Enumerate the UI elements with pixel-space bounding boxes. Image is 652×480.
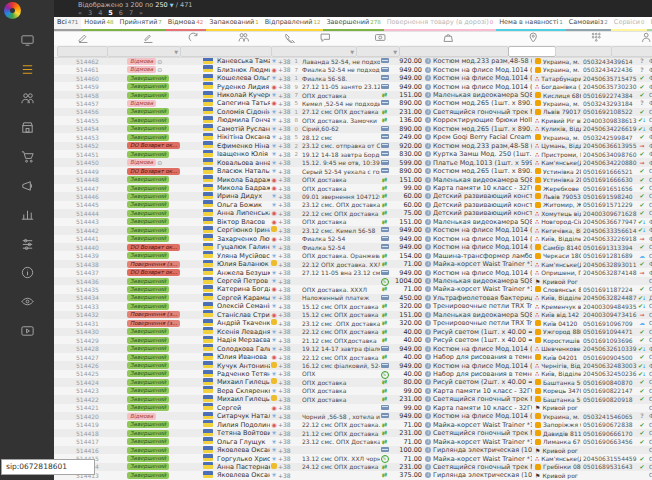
tab-Самовивіз[interactable]: Самовивіз2 <box>566 17 611 31</box>
filter-select-3[interactable]: ▼ <box>271 46 357 57</box>
tab-Сервіси[interactable]: Сервіси0 <box>611 17 648 31</box>
table-row[interactable]: 514436ЗавершенийСергей Петров✳+38S1004.0… <box>54 277 652 285</box>
table-row[interactable]: 514444ЗавершенийАнна Липенська◉+3822.12 … <box>54 209 652 217</box>
table-row[interactable]: 514433ЗавершенийОлексій Семанін✳+3815.12… <box>54 302 652 310</box>
phone-number[interactable]: +38 <box>278 261 291 268</box>
table-row[interactable]: 514431Повернення (з...Андрій Ткаченко+38… <box>54 319 652 327</box>
filter-input[interactable] <box>508 46 556 57</box>
tracking-number[interactable]: 0501691666521 <box>583 168 637 175</box>
phone-number[interactable]: +38 <box>278 142 291 149</box>
table-row[interactable]: 514413ЗавершенийЯковлева Оксана✳+38⇄375.… <box>54 471 652 479</box>
table-row[interactable]: 514450Відмова⊙Ковальова анна✳+3815.12. 9… <box>54 158 652 166</box>
table-row[interactable]: 514461Відмова⊙Близнюк Людмила ...◉+387Фи… <box>54 65 652 73</box>
pager-page[interactable]: 3 <box>88 9 92 17</box>
pager-page[interactable]: 7 <box>129 9 133 17</box>
phone-number[interactable]: +38 <box>278 455 291 462</box>
sip-call-box[interactable]: sip:0672818601 <box>1 459 95 475</box>
tracking-number[interactable]: 20400309484935 <box>583 303 637 310</box>
filter-select-5[interactable] <box>399 46 509 57</box>
phone-number[interactable]: +38 <box>278 125 291 132</box>
tracking-number[interactable]: 0503243422436 <box>583 66 637 73</box>
tracking-number[interactable]: 0501690672838 <box>583 421 637 428</box>
tracking-number[interactable]: 20450634220880 <box>583 159 637 166</box>
tracking-number[interactable]: 0501690840870 <box>583 379 637 386</box>
tracking-number[interactable]: 0501691281689 <box>583 252 637 259</box>
table-row[interactable]: 514423ЗавершенийВера Скляренко✳+38ОПХ до… <box>54 387 652 395</box>
phone-number[interactable]: +38 <box>278 252 291 259</box>
shown-range-value[interactable]: 250 <box>155 1 167 9</box>
phone-number[interactable]: +38 <box>278 92 291 99</box>
tracking-number[interactable]: 0501691094471 <box>583 328 637 335</box>
table-row[interactable]: 514452DO Возврат ок...Єфименко Ніна✳+382… <box>54 142 652 150</box>
phone-number[interactable]: +38 <box>278 269 291 276</box>
column-money-icon[interactable] <box>375 32 386 45</box>
column-pencil-lines-icon[interactable] <box>78 32 89 45</box>
filter-select-2[interactable] <box>180 46 272 57</box>
tracking-number[interactable]: 0501691093696 <box>583 337 637 344</box>
tracking-number[interactable]: 0501691313394 <box>583 244 637 251</box>
tab-Відмова[interactable]: Відмова42 <box>165 17 206 31</box>
phone-number[interactable]: +38 <box>278 337 291 344</box>
phone-number[interactable]: +38 <box>278 151 291 158</box>
table-row[interactable]: 514441ЗавершенийЗахарченко Люба◉+38Фиалк… <box>54 235 652 243</box>
column-bag-icon[interactable] <box>443 32 454 45</box>
table-row[interactable]: 514424ЗавершенийМихаил Гилецький+38ОПХ д… <box>54 378 652 386</box>
sidebar-item-info[interactable] <box>0 258 54 287</box>
column-chat-icon[interactable] <box>320 32 331 45</box>
tracking-number[interactable]: 0501689531643 <box>583 463 637 470</box>
sidebar-item-cart[interactable] <box>0 142 54 171</box>
column-refresh-icon[interactable] <box>188 32 199 45</box>
tracking-number[interactable]: 0501691187224 <box>583 286 637 293</box>
table-row[interactable]: 514435ЗавершенийКатерина Богданова◉+38ОП… <box>54 285 652 293</box>
phone-number[interactable]: +38 <box>278 159 291 166</box>
tracking-number[interactable]: 0501692274384 <box>583 92 637 99</box>
tab-Новий[interactable]: Новий48 <box>81 17 116 31</box>
phone-number[interactable]: +38 <box>278 193 291 200</box>
table-row[interactable]: 514457ВідмоваСапегина Татьяна С...◉+385К… <box>54 99 652 107</box>
phone-number[interactable]: +38 <box>278 210 291 217</box>
tracking-number[interactable]: 20450631554459 <box>583 455 637 462</box>
table-row[interactable]: 514425ЗавершенийРадченко Тетяна✳+38ОПХS4… <box>54 370 652 378</box>
table-row[interactable]: 514428ЗавершенийСолодкова Галина В...✳+3… <box>54 344 652 352</box>
tracking-number[interactable]: 0501690666170 <box>583 430 637 437</box>
table-row[interactable]: 514447ЗавершенийМикола Бадражан◉+38ОПХ д… <box>54 184 652 192</box>
column-person-icon[interactable] <box>641 32 652 45</box>
phone-number[interactable]: +38 <box>278 75 291 82</box>
tracking-number[interactable]: 0501690820918 <box>583 396 637 403</box>
tracking-number[interactable]: 0503242599847 <box>583 134 637 141</box>
phone-number[interactable]: +38 <box>278 168 291 175</box>
phone-number[interactable]: +38 <box>278 294 291 301</box>
tracking-number[interactable]: 20450635730230 <box>583 83 637 90</box>
tracking-number[interactable]: 20450634098760 <box>583 151 637 158</box>
tracking-number[interactable]: 0501691666630 <box>583 176 637 183</box>
phone-number[interactable]: +38 <box>278 201 291 208</box>
tracking-number[interactable]: 20450632874148 <box>583 269 637 276</box>
table-row[interactable]: 514439ЗавершенийУляна Мусійовська✳+38ОПХ… <box>54 251 652 259</box>
table-row[interactable]: 514458ЗавершенийНиколай Кучеренко✳+387ОП… <box>54 91 652 99</box>
filter-select-7[interactable] <box>555 46 612 57</box>
table-row[interactable]: 514437DO Возврат ок...Анжела Безушко✳+38… <box>54 268 652 276</box>
tracking-number[interactable]: 0501690904500 <box>583 354 637 361</box>
tracking-number[interactable]: 20450634226619 <box>583 125 637 132</box>
table-row[interactable]: 514430ЗавершенийКсенія Левадняя✳+3822.12… <box>54 328 652 336</box>
phone-number[interactable]: +38 <box>278 108 291 115</box>
phone-number[interactable]: +38 <box>278 345 291 352</box>
table-row[interactable]: 514460ЗавершенийКошелева Ольга Ар...✳+38… <box>54 74 652 82</box>
table-row[interactable]: 514421ЗавершенийСергей◉+3899.00iКарта па… <box>54 404 652 412</box>
table-row[interactable]: 514446ЗавершенийИрина Дидух✳+3809.01 зве… <box>54 192 652 200</box>
table-row[interactable]: 514449DO Возврат ок...Власюк Наталья✳+38… <box>54 167 652 175</box>
phone-number[interactable]: +38 <box>278 303 291 310</box>
tracking-number[interactable]: 0501691651656 <box>583 185 637 192</box>
table-row[interactable]: 514440DO Возврат ок...Гуцалюк Галина✳+38… <box>54 243 652 251</box>
phone-number[interactable]: +38 <box>278 421 291 428</box>
sidebar-item-video[interactable] <box>0 316 54 345</box>
table-row[interactable]: 514462Відмова⊙Каневська Тамара ...✳+381Л… <box>54 57 652 65</box>
phone-number[interactable]: +38 <box>278 379 291 386</box>
tracking-number[interactable]: 20450632893011 <box>583 261 637 268</box>
tracking-number[interactable]: 0501691598240 <box>583 193 637 200</box>
phone-number[interactable]: +38 <box>278 354 291 361</box>
column-dialpad-icon[interactable] <box>591 32 602 45</box>
phone-number[interactable]: +38 <box>278 227 291 234</box>
sidebar-item-eye[interactable] <box>0 287 54 316</box>
table-row[interactable]: 514442ЗавершенийСергіюнко Ірина Ми...+38… <box>54 226 652 234</box>
